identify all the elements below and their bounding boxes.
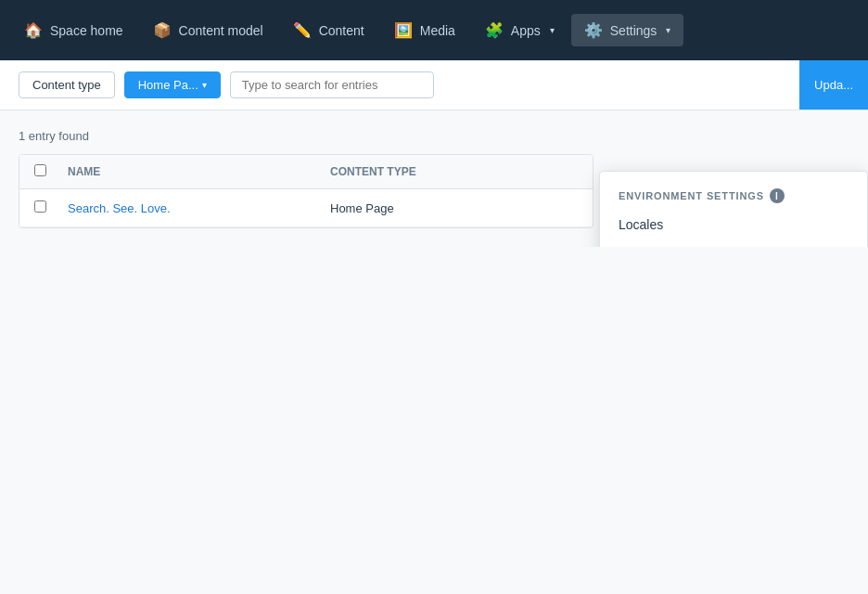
puzzle-icon: 🧩 [485,21,504,39]
toolbar: Content type Home Pa... ▾ Upda... [0,60,868,110]
header-check [34,164,53,179]
main-content: 1 entry found Name Content Type Search. … [0,110,868,247]
entry-count: 1 entry found [19,129,849,143]
top-nav: 🏠 Space home 📦 Content model ✏️ Content … [0,0,868,60]
chevron-down-icon: ▾ [550,25,555,35]
dropdown-item-locales[interactable]: Locales [600,209,867,240]
table-container: Name Content Type Search. See. Love. Hom… [19,154,594,228]
row-checkbox[interactable] [34,200,46,213]
home-icon: 🏠 [24,21,43,39]
header-name: Name [68,165,315,178]
env-info-icon: i [770,188,785,203]
nav-label-apps: Apps [511,23,541,38]
row-content-type: Home Page [330,201,578,215]
chevron-down-icon-settings: ▾ [666,25,670,35]
select-all-checkbox[interactable] [34,164,46,176]
header-content-type: Content Type [330,165,578,178]
content-type-button[interactable]: Content type [19,71,115,98]
home-pa-label: Home Pa... [138,78,198,92]
nav-item-space-home[interactable]: 🏠 Space home [11,14,136,46]
nav-label-space-home: Space home [50,23,123,38]
nav-item-media[interactable]: 🖼️ Media [381,14,468,46]
table-row: Search. See. Love. Home Page [19,189,593,227]
box-icon: 📦 [153,21,172,39]
nav-item-content-model[interactable]: 📦 Content model [140,14,276,46]
row-name[interactable]: Search. See. Love. [68,201,315,215]
nav-label-media: Media [420,23,455,38]
nav-item-content[interactable]: ✏️ Content [280,14,377,46]
nav-label-content: Content [319,23,364,38]
settings-dropdown: ENVIRONMENT SETTINGS i Locales Extension… [599,171,868,247]
content-type-label: Content type [32,78,101,92]
env-settings-section-label: ENVIRONMENT SETTINGS i [600,179,867,209]
nav-item-apps[interactable]: 🧩 Apps ▾ [472,14,568,46]
nav-label-content-model: Content model [179,23,263,38]
gear-icon: ⚙️ [584,21,603,39]
env-settings-label-text: ENVIRONMENT SETTINGS [619,190,764,201]
search-input[interactable] [230,71,434,98]
chevron-down-icon-homepa: ▾ [202,80,207,90]
edit-icon: ✏️ [293,21,312,39]
nav-label-settings: Settings [610,23,657,38]
image-icon: 🖼️ [394,21,413,39]
table-header-row: Name Content Type [19,155,593,189]
dropdown-item-extensions[interactable]: Extensions [600,240,867,247]
row-check [34,200,53,215]
update-label: Upda... [814,78,853,92]
update-button[interactable]: Upda... [799,60,868,110]
nav-item-settings[interactable]: ⚙️ Settings ▾ [571,14,684,46]
home-pa-button[interactable]: Home Pa... ▾ [124,71,221,98]
